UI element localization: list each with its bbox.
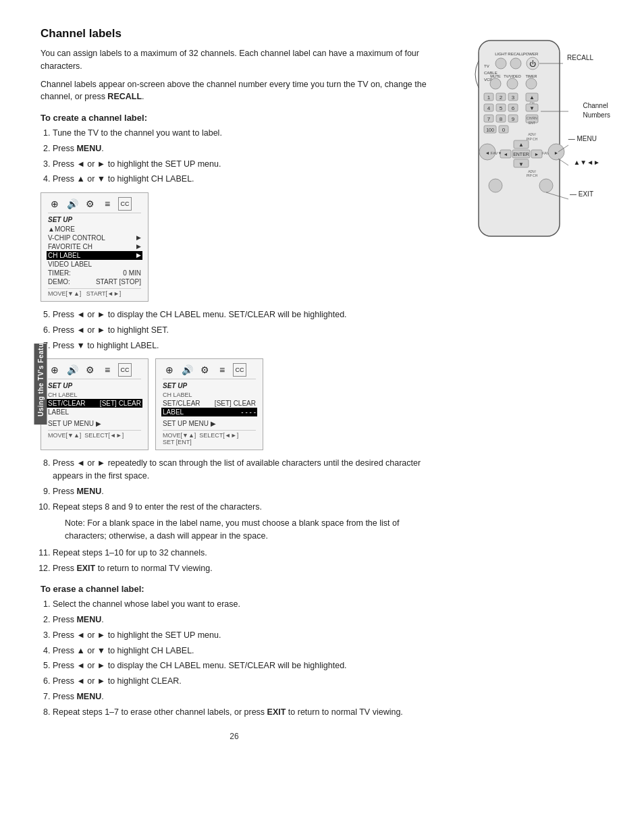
sound-icon-2: 🔊 — [65, 363, 79, 377]
menu-screenshots-2: ⊕ 🔊 ⚙ ≡ CC SET UP CH LABEL SET/CLEAR[SET… — [41, 358, 428, 450]
remote-svg: TV CABLE VCR LIGHT RECALL POWER ⏻ — [458, 34, 587, 250]
nav-label: ▲▼◄► — [573, 159, 600, 166]
menu-label: — MENU — [568, 135, 597, 142]
create-step-9: Press MENU. — [53, 485, 428, 498]
svg-text:►: ► — [535, 152, 539, 157]
svg-text:9: 9 — [512, 116, 515, 122]
cc-icon: CC — [118, 197, 132, 211]
svg-text:PIP CH: PIP CH — [527, 173, 538, 178]
setup-label: SET UP — [48, 216, 141, 223]
exit-label: — EXIT — [570, 190, 593, 198]
svg-text:RECALL: RECALL — [508, 52, 524, 56]
svg-text:8: 8 — [500, 116, 503, 122]
setclear-row-2: SET/CLEAR[SET] CLEAR — [163, 399, 256, 408]
svg-text:◄: ◄ — [485, 151, 490, 155]
menu-icons-row-2: ⊕ 🔊 ⚙ ≡ CC — [48, 363, 141, 379]
create-step-5: Press ◄ or ► to display the CH LABEL men… — [53, 308, 428, 321]
svg-text:◄: ◄ — [504, 152, 508, 157]
setup-label-3: SET UP — [163, 382, 256, 389]
setclear-row: SET/CLEAR[SET] CLEAR — [47, 399, 142, 408]
recall-label: RECALL — [567, 54, 593, 61]
main-content: Channel labels You can assign labels to … — [27, 27, 428, 741]
svg-text:7: 7 — [487, 116, 491, 122]
svg-text:6: 6 — [512, 105, 515, 111]
erase-step-8: Repeat steps 1–7 to erase other channel … — [53, 706, 428, 719]
menu-box-2: ⊕ 🔊 ⚙ ≡ CC SET UP CH LABEL SET/CLEAR[SET… — [41, 358, 149, 450]
svg-text:MUTE: MUTE — [490, 74, 501, 78]
svg-text:4: 4 — [487, 105, 491, 111]
sound-icon-3: 🔊 — [180, 363, 194, 377]
menu-icons-row-3: ⊕ 🔊 ⚙ ≡ CC — [163, 363, 256, 379]
channel-icon: ≡ — [101, 197, 114, 211]
menu-footer-2: MOVE[▼▲] SELECT[◄►] — [48, 430, 141, 439]
setup-icon-2: ⊕ — [48, 363, 61, 377]
svg-text:▲: ▲ — [518, 142, 524, 148]
erase-step-1: Select the channel whose label you want … — [53, 598, 428, 611]
erase-step-2: Press MENU. — [53, 614, 428, 626]
label-row-2: LABEL- - - - — [161, 408, 257, 416]
create-step-4: Press ▲ or ▼ to highlight CH LABEL. — [53, 173, 428, 186]
svg-text:LIGHT: LIGHT — [495, 52, 507, 56]
svg-point-68 — [539, 179, 553, 192]
svg-text:▲: ▲ — [529, 94, 535, 101]
intro-para1: You can assign labels to a maximum of 32… — [41, 47, 428, 73]
erase-step-6: Press ◄ or ► to highlight CLEAR. — [53, 675, 428, 688]
setup-label-2: SET UP — [48, 382, 141, 389]
setup-icon-3: ⊕ — [163, 363, 176, 377]
svg-text:3: 3 — [512, 94, 515, 101]
menu-box-1: ⊕ 🔊 ⚙ ≡ CC SET UP ▲MORE V-CHIP CONTROL▶ … — [41, 192, 149, 302]
menu-box-3: ⊕ 🔊 ⚙ ≡ CC SET UP CH LABEL SET/CLEAR[SET… — [155, 358, 263, 450]
picture-icon-3: ⚙ — [198, 363, 211, 377]
svg-text:5: 5 — [500, 105, 503, 111]
erase-section-title: To erase a channel label: — [41, 584, 428, 594]
erase-step-4: Press ▲ or ▼ to highlight CH LABEL. — [53, 645, 428, 657]
chlabel-sub: CH LABEL — [48, 391, 141, 399]
svg-text:TIMER: TIMER — [525, 74, 537, 78]
create-step-2: Press MENU. — [53, 142, 428, 155]
svg-text:⏻: ⏻ — [529, 60, 536, 67]
cc-icon-2: CC — [118, 363, 132, 377]
channel-icon-3: ≡ — [215, 363, 229, 377]
page-number: 26 — [41, 732, 428, 741]
menu-icons-row: ⊕ 🔊 ⚙ ≡ CC — [48, 197, 141, 213]
create-step-10: Repeat steps 8 and 9 to enter the rest o… — [53, 501, 428, 543]
svg-text:TV: TV — [484, 64, 489, 68]
demo-row: DEMO:START [STOP] — [48, 277, 141, 286]
create-steps-list: Tune the TV to the channel you want to l… — [41, 127, 428, 186]
page-title: Channel labels — [41, 27, 428, 40]
chlabel-sub2: CH LABEL — [163, 391, 256, 399]
erase-steps-list: Select the channel whose label you want … — [41, 598, 428, 718]
create-step-3: Press ◄ or ► to highlight the SET UP men… — [53, 158, 428, 171]
svg-point-14 — [490, 78, 501, 89]
svg-text:CH/RN: CH/RN — [527, 116, 537, 120]
note-block: Note: For a blank space in the label nam… — [65, 517, 428, 543]
svg-text:ADV/: ADV/ — [528, 132, 536, 136]
erase-step-5: Press ◄ or ► to display the CH LABEL men… — [53, 659, 428, 672]
menu-footer-1: MOVE[▼▲] START[◄►] — [48, 288, 141, 297]
svg-point-8 — [510, 58, 521, 69]
svg-point-67 — [489, 179, 502, 192]
chlabel-row: CH LABEL▶ — [47, 251, 142, 260]
right-panel: TV CABLE VCR LIGHT RECALL POWER ⏻ — [441, 27, 603, 741]
menu-screenshot-1: ⊕ 🔊 ⚙ ≡ CC SET UP ▲MORE V-CHIP CONTROL▶ … — [41, 192, 428, 302]
create-step-6: Press ◄ or ► to highlight SET. — [53, 324, 428, 337]
picture-icon: ⚙ — [83, 197, 97, 211]
favorite-row: FAVORITE CH▶ — [48, 242, 141, 251]
create-step-12: Press EXIT to return to normal TV viewin… — [53, 562, 428, 575]
svg-text:▼: ▼ — [518, 161, 524, 167]
menu-footer-3: MOVE[▼▲] SELECT[◄►]SET [ENT] — [163, 430, 256, 445]
channel-icon-2: ≡ — [101, 363, 114, 377]
intro-para2: Channel labels appear on-screen above th… — [41, 78, 428, 104]
erase-step-3: Press ◄ or ► to highlight the SET UP men… — [53, 629, 428, 642]
side-tab: Using the TV's Features — [34, 344, 47, 425]
setupmenu-row-2: SET UP MENU ▶ — [163, 419, 256, 428]
create-step-1: Tune the TV to the channel you want to l… — [53, 127, 428, 140]
label-row: LABEL — [48, 408, 141, 416]
more-row: ▲MORE — [48, 225, 141, 234]
erase-step-7: Press MENU. — [53, 690, 428, 703]
svg-text:FAV▼: FAV▼ — [491, 151, 502, 155]
videolabel-row: VIDEO LABEL — [48, 260, 141, 269]
setupmenu-row: SET UP MENU ▶ — [48, 419, 141, 428]
svg-point-16 — [526, 78, 537, 89]
create-step-8: Press ◄ or ► repeatedly to scan through … — [53, 457, 428, 483]
